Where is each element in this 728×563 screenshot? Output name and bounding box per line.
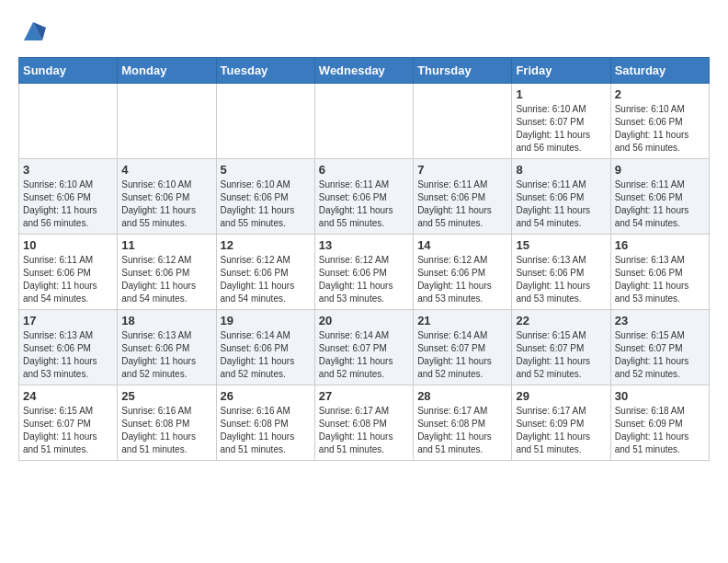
day-info: Sunrise: 6:11 AMSunset: 6:06 PMDaylight:… bbox=[23, 254, 113, 305]
calendar-cell: 7Sunrise: 6:11 AMSunset: 6:06 PMDaylight… bbox=[414, 159, 512, 235]
day-info: Sunrise: 6:15 AMSunset: 6:07 PMDaylight:… bbox=[615, 329, 705, 381]
day-info: Sunrise: 6:13 AMSunset: 6:06 PMDaylight:… bbox=[516, 254, 606, 305]
day-number: 14 bbox=[417, 238, 507, 252]
day-info: Sunrise: 6:18 AMSunset: 6:09 PMDaylight:… bbox=[615, 405, 705, 456]
day-number: 1 bbox=[516, 87, 606, 101]
calendar-table: SundayMondayTuesdayWednesdayThursdayFrid… bbox=[18, 57, 710, 461]
calendar-cell: 9Sunrise: 6:11 AMSunset: 6:06 PMDaylight… bbox=[610, 159, 709, 235]
day-number: 21 bbox=[417, 314, 507, 327]
day-number: 16 bbox=[615, 238, 705, 252]
day-info: Sunrise: 6:17 AMSunset: 6:09 PMDaylight:… bbox=[516, 405, 606, 456]
calendar-cell: 4Sunrise: 6:10 AMSunset: 6:06 PMDaylight… bbox=[118, 159, 216, 235]
calendar-cell: 12Sunrise: 6:12 AMSunset: 6:06 PMDayligh… bbox=[216, 235, 314, 310]
calendar-cell: 17Sunrise: 6:13 AMSunset: 6:06 PMDayligh… bbox=[19, 310, 118, 385]
day-info: Sunrise: 6:16 AMSunset: 6:08 PMDaylight:… bbox=[121, 405, 211, 456]
day-info: Sunrise: 6:12 AMSunset: 6:06 PMDaylight:… bbox=[417, 254, 507, 305]
day-info: Sunrise: 6:12 AMSunset: 6:06 PMDaylight:… bbox=[121, 254, 211, 305]
day-number: 2 bbox=[615, 87, 705, 101]
calendar-cell: 23Sunrise: 6:15 AMSunset: 6:07 PMDayligh… bbox=[610, 310, 709, 385]
weekday-header-wednesday: Wednesday bbox=[314, 58, 413, 84]
calendar-cell: 26Sunrise: 6:16 AMSunset: 6:08 PMDayligh… bbox=[216, 385, 314, 461]
weekday-header-saturday: Saturday bbox=[610, 58, 709, 84]
day-info: Sunrise: 6:12 AMSunset: 6:06 PMDaylight:… bbox=[221, 254, 311, 305]
day-info: Sunrise: 6:13 AMSunset: 6:06 PMDaylight:… bbox=[121, 329, 211, 381]
day-number: 24 bbox=[23, 389, 113, 403]
weekday-header-sunday: Sunday bbox=[19, 58, 118, 84]
day-number: 29 bbox=[516, 389, 606, 403]
day-number: 25 bbox=[121, 389, 211, 403]
day-number: 26 bbox=[221, 389, 311, 403]
calendar-week-row: 10Sunrise: 6:11 AMSunset: 6:06 PMDayligh… bbox=[19, 235, 710, 310]
calendar-cell bbox=[216, 84, 314, 159]
day-info: Sunrise: 6:17 AMSunset: 6:08 PMDaylight:… bbox=[417, 405, 507, 456]
day-number: 13 bbox=[319, 238, 409, 252]
day-info: Sunrise: 6:12 AMSunset: 6:06 PMDaylight:… bbox=[319, 254, 409, 305]
day-number: 28 bbox=[417, 389, 507, 403]
weekday-header-monday: Monday bbox=[118, 58, 216, 84]
day-info: Sunrise: 6:14 AMSunset: 6:07 PMDaylight:… bbox=[319, 329, 409, 381]
calendar-cell: 25Sunrise: 6:16 AMSunset: 6:08 PMDayligh… bbox=[118, 385, 216, 461]
calendar-week-row: 1Sunrise: 6:10 AMSunset: 6:07 PMDaylight… bbox=[19, 84, 710, 159]
day-number: 17 bbox=[23, 314, 113, 327]
calendar-week-row: 3Sunrise: 6:10 AMSunset: 6:06 PMDaylight… bbox=[19, 159, 710, 235]
day-number: 23 bbox=[615, 314, 705, 327]
day-number: 10 bbox=[23, 238, 113, 252]
day-info: Sunrise: 6:11 AMSunset: 6:06 PMDaylight:… bbox=[516, 178, 606, 230]
calendar-cell: 24Sunrise: 6:15 AMSunset: 6:07 PMDayligh… bbox=[19, 385, 118, 461]
weekday-header-thursday: Thursday bbox=[414, 58, 512, 84]
calendar-cell: 1Sunrise: 6:10 AMSunset: 6:07 PMDaylight… bbox=[512, 84, 610, 159]
day-number: 6 bbox=[319, 163, 409, 177]
day-info: Sunrise: 6:11 AMSunset: 6:06 PMDaylight:… bbox=[615, 178, 705, 230]
day-info: Sunrise: 6:11 AMSunset: 6:06 PMDaylight:… bbox=[319, 178, 409, 230]
calendar-cell: 3Sunrise: 6:10 AMSunset: 6:06 PMDaylight… bbox=[19, 159, 118, 235]
day-number: 7 bbox=[417, 163, 507, 177]
day-number: 5 bbox=[221, 163, 311, 177]
calendar-cell: 10Sunrise: 6:11 AMSunset: 6:06 PMDayligh… bbox=[19, 235, 118, 310]
calendar-cell: 5Sunrise: 6:10 AMSunset: 6:06 PMDaylight… bbox=[216, 159, 314, 235]
day-info: Sunrise: 6:17 AMSunset: 6:08 PMDaylight:… bbox=[319, 405, 409, 456]
calendar-cell bbox=[414, 84, 512, 159]
day-info: Sunrise: 6:16 AMSunset: 6:08 PMDaylight:… bbox=[221, 405, 311, 456]
logo bbox=[18, 18, 46, 48]
day-number: 30 bbox=[615, 389, 705, 403]
weekday-header-friday: Friday bbox=[512, 58, 610, 84]
day-info: Sunrise: 6:13 AMSunset: 6:06 PMDaylight:… bbox=[23, 329, 113, 381]
day-number: 11 bbox=[121, 238, 211, 252]
day-number: 3 bbox=[23, 163, 113, 177]
day-info: Sunrise: 6:15 AMSunset: 6:07 PMDaylight:… bbox=[23, 405, 113, 456]
day-number: 18 bbox=[121, 314, 211, 327]
calendar-cell: 27Sunrise: 6:17 AMSunset: 6:08 PMDayligh… bbox=[314, 385, 413, 461]
day-info: Sunrise: 6:10 AMSunset: 6:06 PMDaylight:… bbox=[23, 178, 113, 230]
day-number: 27 bbox=[319, 389, 409, 403]
calendar-cell: 6Sunrise: 6:11 AMSunset: 6:06 PMDaylight… bbox=[314, 159, 413, 235]
day-info: Sunrise: 6:15 AMSunset: 6:07 PMDaylight:… bbox=[516, 329, 606, 381]
day-info: Sunrise: 6:10 AMSunset: 6:06 PMDaylight:… bbox=[121, 178, 211, 230]
calendar-cell: 19Sunrise: 6:14 AMSunset: 6:06 PMDayligh… bbox=[216, 310, 314, 385]
day-info: Sunrise: 6:14 AMSunset: 6:07 PMDaylight:… bbox=[417, 329, 507, 381]
day-number: 15 bbox=[516, 238, 606, 252]
weekday-header-tuesday: Tuesday bbox=[216, 58, 314, 84]
calendar-cell: 14Sunrise: 6:12 AMSunset: 6:06 PMDayligh… bbox=[414, 235, 512, 310]
calendar-cell: 16Sunrise: 6:13 AMSunset: 6:06 PMDayligh… bbox=[610, 235, 709, 310]
calendar-cell: 28Sunrise: 6:17 AMSunset: 6:08 PMDayligh… bbox=[414, 385, 512, 461]
calendar-cell bbox=[118, 84, 216, 159]
day-info: Sunrise: 6:10 AMSunset: 6:06 PMDaylight:… bbox=[615, 103, 705, 155]
calendar-cell: 20Sunrise: 6:14 AMSunset: 6:07 PMDayligh… bbox=[314, 310, 413, 385]
calendar-week-row: 17Sunrise: 6:13 AMSunset: 6:06 PMDayligh… bbox=[19, 310, 710, 385]
calendar-cell: 2Sunrise: 6:10 AMSunset: 6:06 PMDaylight… bbox=[610, 84, 709, 159]
calendar-cell: 22Sunrise: 6:15 AMSunset: 6:07 PMDayligh… bbox=[512, 310, 610, 385]
page-header bbox=[18, 18, 710, 48]
calendar-cell: 18Sunrise: 6:13 AMSunset: 6:06 PMDayligh… bbox=[118, 310, 216, 385]
calendar-cell: 21Sunrise: 6:14 AMSunset: 6:07 PMDayligh… bbox=[414, 310, 512, 385]
day-info: Sunrise: 6:10 AMSunset: 6:07 PMDaylight:… bbox=[516, 103, 606, 155]
calendar-cell bbox=[19, 84, 118, 159]
calendar-cell: 8Sunrise: 6:11 AMSunset: 6:06 PMDaylight… bbox=[512, 159, 610, 235]
calendar-header-row: SundayMondayTuesdayWednesdayThursdayFrid… bbox=[19, 58, 710, 84]
day-info: Sunrise: 6:11 AMSunset: 6:06 PMDaylight:… bbox=[417, 178, 507, 230]
day-number: 4 bbox=[121, 163, 211, 177]
calendar-cell: 11Sunrise: 6:12 AMSunset: 6:06 PMDayligh… bbox=[118, 235, 216, 310]
calendar-week-row: 24Sunrise: 6:15 AMSunset: 6:07 PMDayligh… bbox=[19, 385, 710, 461]
day-info: Sunrise: 6:13 AMSunset: 6:06 PMDaylight:… bbox=[615, 254, 705, 305]
calendar-cell: 15Sunrise: 6:13 AMSunset: 6:06 PMDayligh… bbox=[512, 235, 610, 310]
day-number: 8 bbox=[516, 163, 606, 177]
